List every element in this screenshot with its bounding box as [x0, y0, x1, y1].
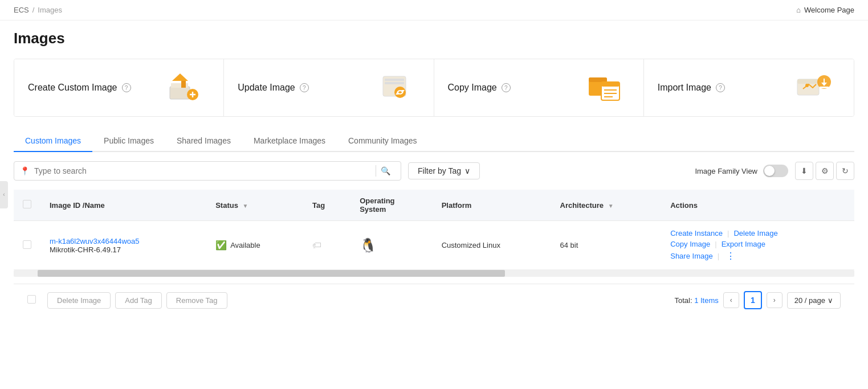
- toolbar: 📍 🔍 Filter by Tag ∨ Image Family View ⬇ …: [14, 161, 854, 181]
- image-name: Mikrotik-CHR-6.49.17: [50, 245, 121, 254]
- row-checkbox[interactable]: [23, 240, 31, 249]
- col-actions: Actions: [661, 190, 854, 221]
- welcome-page-link[interactable]: ⌂ Welcome Page: [796, 6, 854, 14]
- create-custom-image-help-icon[interactable]: ?: [122, 83, 131, 92]
- sidebar-collapse[interactable]: ‹: [0, 181, 8, 208]
- svg-rect-16: [601, 82, 620, 87]
- download-button[interactable]: ⬇: [795, 162, 813, 180]
- horizontal-scrollbar[interactable]: [14, 270, 854, 277]
- table-row: m-k1a6l2wuv3x46444woa5 Mikrotik-CHR-6.49…: [14, 221, 854, 270]
- copy-image-help-icon[interactable]: ?: [502, 83, 511, 92]
- select-all-checkbox[interactable]: [23, 200, 31, 208]
- share-image-link[interactable]: Share Image: [670, 252, 712, 260]
- bottom-actions: Delete Image Add Tag Remove Tag: [47, 292, 227, 309]
- delete-image-link[interactable]: Delete Image: [733, 229, 777, 238]
- col-platform: Platform: [433, 190, 551, 221]
- settings-button[interactable]: ⚙: [816, 162, 834, 180]
- refresh-icon: ↻: [842, 166, 849, 175]
- filter-chevron-icon: ∨: [464, 166, 470, 175]
- copy-image-card[interactable]: Copy Image ?: [434, 59, 644, 116]
- next-page-button[interactable]: ›: [767, 292, 783, 308]
- update-image-help-icon[interactable]: ?: [300, 83, 309, 92]
- home-icon: ⌂: [796, 6, 801, 14]
- image-family-view: Image Family View: [695, 165, 788, 177]
- col-os: OperatingSystem: [351, 190, 432, 221]
- svg-rect-9: [385, 82, 404, 84]
- tabs: Custom Images Public Images Shared Image…: [14, 130, 854, 152]
- import-image-card[interactable]: Import Image ?: [644, 59, 854, 116]
- more-actions-icon[interactable]: ⋮: [726, 251, 735, 261]
- remove-tag-button[interactable]: Remove Tag: [166, 292, 227, 309]
- actions-cell: Create Instance | Delete Image Copy Imag…: [661, 221, 854, 270]
- svg-rect-8: [385, 79, 404, 81]
- status-sort-icon[interactable]: ▼: [243, 203, 248, 209]
- scrollbar-thumb[interactable]: [38, 270, 505, 277]
- platform-text: Customized Linux: [442, 241, 500, 249]
- total-label: Total: 1 Items: [674, 296, 718, 305]
- search-box: 📍 🔍: [14, 161, 401, 181]
- create-custom-image-card[interactable]: Create Custom Image ?: [14, 59, 224, 116]
- linux-icon: 🐧: [360, 238, 377, 253]
- page-size-label: 20 / page: [794, 296, 825, 305]
- bottom-bar: Delete Image Add Tag Remove Tag Total: 1…: [14, 284, 854, 316]
- toolbar-actions: ⬇ ⚙ ↻: [795, 162, 854, 180]
- total-count: 1 Items: [694, 296, 719, 305]
- tag-icon[interactable]: 🏷: [312, 240, 321, 250]
- action-links-row3: Share Image | ⋮: [670, 251, 735, 261]
- copy-image-icon: [584, 71, 630, 105]
- col-status: Status ▼: [206, 190, 303, 221]
- create-custom-image-label: Create Custom Image ?: [28, 83, 131, 93]
- page-content: Images Create Custom Image ?: [0, 21, 868, 325]
- update-image-card[interactable]: Update Image ?: [224, 59, 434, 116]
- col-tag: Tag: [303, 190, 351, 221]
- export-image-link[interactable]: Export Image: [722, 240, 765, 248]
- platform-cell: Customized Linux: [433, 221, 551, 270]
- download-icon: ⬇: [801, 166, 808, 175]
- architecture-sort-icon[interactable]: ▼: [608, 203, 614, 209]
- col-image-id: Image ID /Name: [40, 190, 206, 221]
- search-icon[interactable]: 🔍: [376, 165, 395, 177]
- image-id-link[interactable]: m-k1a6l2wuv3x46444woa5: [50, 237, 140, 245]
- update-image-label: Update Image ?: [238, 83, 309, 93]
- status-badge: ✅ Available: [215, 240, 294, 251]
- image-id-cell: m-k1a6l2wuv3x46444woa5 Mikrotik-CHR-6.49…: [40, 221, 206, 270]
- os-cell: 🐧: [351, 221, 432, 270]
- images-table: Image ID /Name Status ▼ Tag OperatingSys…: [14, 190, 854, 270]
- page-title: Images: [14, 30, 854, 47]
- create-custom-image-icon: [164, 71, 210, 105]
- col-architecture: Architecture ▼: [551, 190, 662, 221]
- import-image-label: Import Image ?: [658, 83, 725, 93]
- action-links-row1: Create Instance | Delete Image: [670, 229, 778, 238]
- create-instance-link[interactable]: Create Instance: [670, 229, 723, 238]
- svg-point-10: [394, 87, 406, 98]
- tab-custom-images[interactable]: Custom Images: [14, 130, 92, 152]
- add-tag-button[interactable]: Add Tag: [115, 292, 161, 309]
- delete-image-button[interactable]: Delete Image: [47, 292, 111, 309]
- select-all-cell: [14, 190, 40, 221]
- search-input[interactable]: [34, 166, 371, 175]
- status-check-icon: ✅: [215, 240, 227, 251]
- prev-page-button[interactable]: ‹: [723, 292, 739, 308]
- copy-image-link[interactable]: Copy Image: [670, 240, 710, 248]
- svg-rect-21: [797, 79, 819, 84]
- page-size-select[interactable]: 20 / page ∨: [787, 292, 841, 309]
- refresh-button[interactable]: ↻: [836, 162, 854, 180]
- tab-public-images[interactable]: Public Images: [92, 130, 165, 152]
- tab-shared-images[interactable]: Shared Images: [165, 130, 242, 152]
- breadcrumb-separator: /: [32, 6, 35, 14]
- svg-marker-2: [172, 73, 188, 81]
- tab-community-images[interactable]: Community Images: [337, 130, 429, 152]
- filter-by-tag-button[interactable]: Filter by Tag ∨: [408, 162, 480, 179]
- import-image-help-icon[interactable]: ?: [716, 83, 725, 92]
- bottom-select-all-checkbox[interactable]: [27, 295, 36, 304]
- filter-label: Filter by Tag: [418, 166, 461, 175]
- status-cell: ✅ Available: [206, 221, 303, 270]
- status-text: Available: [230, 241, 260, 249]
- architecture-text: 64 bit: [560, 241, 578, 249]
- action-links-row2: Copy Image | Export Image: [670, 240, 765, 248]
- tab-marketplace-images[interactable]: Marketplace Images: [242, 130, 337, 152]
- page-size-chevron-icon: ∨: [828, 296, 833, 305]
- gear-icon: ⚙: [821, 166, 829, 175]
- breadcrumb-parent[interactable]: ECS: [14, 6, 29, 14]
- image-family-toggle[interactable]: [763, 165, 788, 177]
